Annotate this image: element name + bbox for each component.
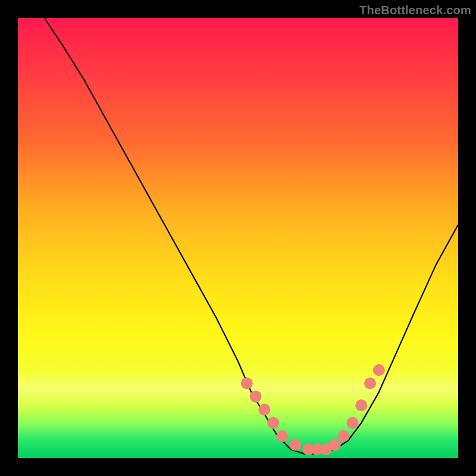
chart-svg: [18, 18, 458, 458]
marker-dot: [329, 439, 341, 451]
marker-dot: [241, 377, 253, 389]
marker-dot: [373, 364, 385, 376]
marker-dot: [250, 390, 262, 402]
marker-dot: [346, 417, 358, 429]
marker-dot: [276, 430, 288, 442]
watermark-text: TheBottleneck.com: [359, 4, 471, 17]
plot-area: [18, 18, 458, 458]
bottleneck-curve: [44, 18, 458, 454]
marker-dot: [258, 404, 270, 416]
marker-dot: [338, 430, 350, 442]
chart-frame: TheBottleneck.com: [0, 0, 476, 476]
marker-dot: [267, 417, 279, 429]
marker-dot: [355, 399, 367, 411]
marker-dot: [289, 439, 301, 451]
marker-group: [241, 364, 385, 455]
marker-dot: [364, 377, 376, 389]
